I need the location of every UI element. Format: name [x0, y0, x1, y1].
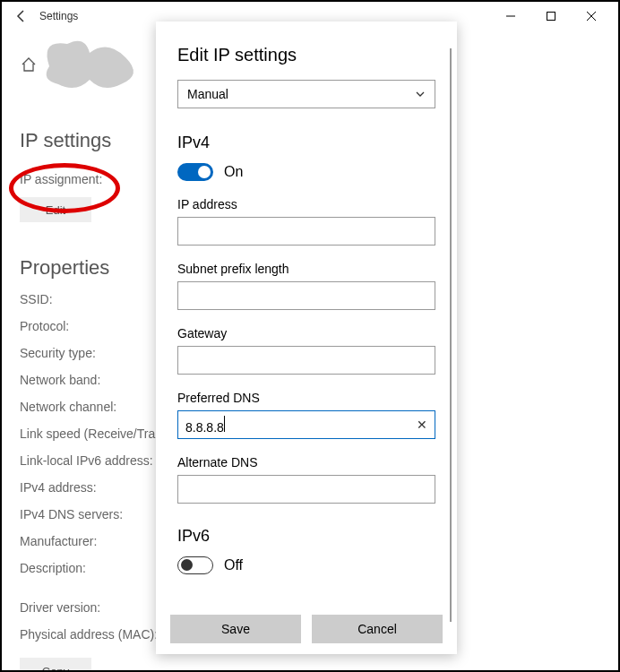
alternate-dns-input[interactable]: [177, 475, 435, 504]
back-button[interactable]: [9, 9, 34, 23]
ipv6-toggle[interactable]: [177, 556, 213, 574]
ip-address-label: IP address: [177, 197, 435, 211]
mode-select[interactable]: Manual: [177, 80, 435, 108]
ipv6-toggle-label: Off: [224, 557, 243, 573]
ipv4-toggle-label: On: [224, 164, 243, 180]
edit-button[interactable]: Edit: [20, 197, 91, 222]
maximize-button[interactable]: [530, 3, 571, 30]
subnet-input[interactable]: [177, 281, 435, 310]
edit-ip-dialog: Edit IP settings Manual IPv4 On IP addre…: [156, 22, 457, 654]
redacted-blob: [36, 30, 143, 102]
preferred-dns-input[interactable]: 8.8.8.8 ✕: [177, 410, 435, 439]
chevron-down-icon: [415, 89, 426, 99]
ipv6-heading: IPv6: [177, 527, 435, 546]
window-title: Settings: [39, 10, 78, 22]
svg-rect-1: [547, 13, 555, 21]
dialog-title: Edit IP settings: [177, 45, 435, 65]
preferred-dns-label: Preferred DNS: [177, 391, 435, 405]
gateway-label: Gateway: [177, 326, 435, 340]
cancel-button[interactable]: Cancel: [312, 615, 443, 643]
minimize-button[interactable]: [490, 3, 530, 30]
mode-value: Manual: [187, 87, 228, 101]
ipv4-toggle[interactable]: [177, 163, 213, 181]
gateway-input[interactable]: [177, 346, 435, 375]
dialog-scrollbar[interactable]: [450, 48, 452, 622]
save-button[interactable]: Save: [170, 615, 301, 643]
ipv4-heading: IPv4: [177, 134, 435, 152]
alternate-dns-label: Alternate DNS: [177, 455, 435, 470]
ip-address-input[interactable]: [177, 217, 435, 246]
clear-icon[interactable]: ✕: [417, 418, 427, 432]
copy-button[interactable]: Copy: [20, 658, 91, 672]
subnet-label: Subnet prefix length: [177, 262, 435, 276]
close-button[interactable]: [571, 3, 611, 30]
